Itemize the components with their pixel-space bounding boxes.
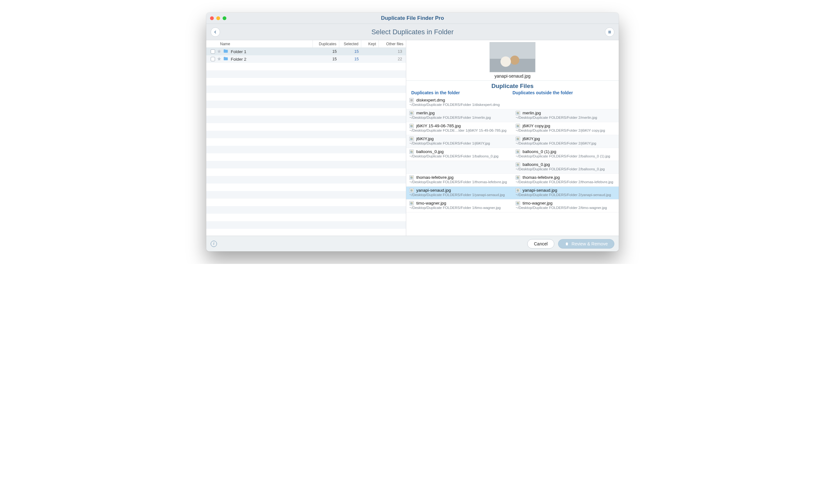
file-name: diskexpert.dmg: [416, 98, 445, 102]
file-name: yanapi-senaud.jpg: [523, 188, 557, 193]
folder-row[interactable]: Folder 2151522: [206, 55, 406, 63]
header-outside-folder: Duplicates outside the folder: [513, 90, 614, 95]
duplicate-row[interactable]: diskexpert.dmg~/Desktop/Duplicate FOLDER…: [406, 96, 619, 109]
file-name: j6iKIY.jpg: [523, 136, 540, 141]
duplicate-row[interactable]: balloons_0.jpg~/Desktop/Duplicate FOLDER…: [406, 161, 619, 174]
duplicate-row[interactable]: timo-wagner.jpg~/Desktop/Duplicate FOLDE…: [406, 199, 619, 213]
toolbar: Select Duplicates in Folder: [206, 24, 619, 40]
cancel-button[interactable]: Cancel: [527, 239, 554, 249]
favorite-star-icon[interactable]: [217, 49, 221, 54]
file-icon: [516, 162, 520, 167]
review-remove-button[interactable]: Review & Remove: [558, 239, 614, 249]
folder-row[interactable]: Folder 1151513: [206, 48, 406, 55]
file-icon: [409, 175, 414, 180]
folder-list-header: Name Duplicates Selected Kept Other file…: [206, 40, 406, 48]
file-name: timo-wagner.jpg: [523, 201, 552, 205]
app-window: Duplicate File Finder Pro Select Duplica…: [206, 13, 619, 251]
file-icon: [516, 201, 520, 205]
file-path: ~/Desktop/Duplicate FOLDERS/Folder 1/tho…: [409, 180, 509, 184]
preview-thumbnail[interactable]: [490, 42, 535, 72]
file-icon: [516, 175, 520, 180]
duplicate-row[interactable]: thomas-lefebvre.jpg~/Desktop/Duplicate F…: [406, 174, 619, 187]
file-path: ~/Desktop/Duplicate FOLDERS/Folder 2/j6i…: [516, 129, 616, 132]
folder-selected-count: 15: [339, 49, 361, 54]
file-path: ~/Desktop/Duplicate FOLDERS/Folder 1/j6i…: [409, 142, 509, 145]
file-path: ~/Desktop/Duplicate FOLDERS/Folder 2/mer…: [516, 116, 616, 119]
duplicate-cell[interactable]: balloons_0 (1).jpg~/Desktop/Duplicate FO…: [513, 148, 619, 161]
duplicate-cell[interactable]: thomas-lefebvre.jpg~/Desktop/Duplicate F…: [513, 174, 619, 186]
file-path: ~/Desktop/Duplicate FOLDERS/Folder 2/tho…: [516, 180, 616, 184]
chevron-left-icon: [213, 30, 218, 34]
duplicate-row[interactable]: j6iKIY 15-49-06-785.jpg~/Desktop/Duplica…: [406, 122, 619, 135]
duplicate-cell[interactable]: timo-wagner.jpg~/Desktop/Duplicate FOLDE…: [406, 199, 513, 212]
favorite-star-icon[interactable]: [217, 57, 221, 62]
duplicate-rows[interactable]: diskexpert.dmg~/Desktop/Duplicate FOLDER…: [406, 96, 619, 236]
file-icon: [409, 124, 414, 128]
file-icon: [409, 188, 414, 193]
info-button[interactable]: i: [211, 241, 217, 247]
file-path: ~/Desktop/Duplicate FOLDERS/Folder 1/tim…: [409, 206, 509, 209]
duplicate-cell[interactable]: balloons_0.jpg~/Desktop/Duplicate FOLDER…: [406, 148, 513, 161]
duplicate-row[interactable]: yanapi-senaud.jpg~/Desktop/Duplicate FOL…: [406, 187, 619, 199]
duplicate-row[interactable]: balloons_0.jpg~/Desktop/Duplicate FOLDER…: [406, 148, 619, 161]
header-name[interactable]: Name: [206, 40, 313, 48]
duplicate-cell[interactable]: j6iKIY.jpg~/Desktop/Duplicate FOLDERS/Fo…: [406, 135, 513, 148]
menu-icon: [607, 30, 612, 34]
file-name: balloons_0.jpg: [523, 162, 550, 167]
file-path: ~/Desktop/Duplicate FOLDERS/Folder 2/bal…: [516, 154, 616, 158]
folder-rows[interactable]: Folder 1151513Folder 2151522: [206, 48, 406, 236]
duplicate-cell[interactable]: yanapi-senaud.jpg~/Desktop/Duplicate FOL…: [406, 187, 513, 199]
maximize-window-button[interactable]: [223, 16, 226, 20]
duplicate-cell[interactable]: j6iKIY copy.jpg~/Desktop/Duplicate FOLDE…: [513, 122, 619, 135]
folder-other-count: 13: [379, 49, 406, 54]
duplicate-cell[interactable]: merlin.jpg~/Desktop/Duplicate FOLDERS/Fo…: [406, 109, 513, 122]
duplicate-cell[interactable]: balloons_0.jpg~/Desktop/Duplicate FOLDER…: [513, 161, 619, 173]
duplicate-cell[interactable]: thomas-lefebvre.jpg~/Desktop/Duplicate F…: [406, 174, 513, 186]
duplicate-cell[interactable]: j6iKIY.jpg~/Desktop/Duplicate FOLDERS/Fo…: [513, 135, 619, 148]
header-duplicates[interactable]: Duplicates: [313, 40, 339, 48]
header-selected[interactable]: Selected: [339, 40, 361, 48]
file-name: balloons_0.jpg: [416, 149, 444, 154]
footer: i Cancel Review & Remove: [206, 236, 619, 251]
duplicate-cell[interactable]: merlin.jpg~/Desktop/Duplicate FOLDERS/Fo…: [513, 109, 619, 122]
file-path: ~/Desktop/Duplicate FOLDERS/Folder 2/bal…: [516, 167, 616, 171]
duplicate-cell[interactable]: diskexpert.dmg~/Desktop/Duplicate FOLDER…: [406, 96, 513, 109]
file-icon: [516, 137, 520, 141]
folder-icon: [223, 57, 228, 62]
duplicate-row[interactable]: j6iKIY.jpg~/Desktop/Duplicate FOLDERS/Fo…: [406, 135, 619, 148]
traffic-lights: [210, 16, 226, 20]
header-other[interactable]: Other files: [379, 40, 406, 48]
preview-area: yanapi-senaud.jpg: [406, 40, 619, 81]
duplicate-cell[interactable]: yanapi-senaud.jpg~/Desktop/Duplicate FOL…: [513, 187, 619, 199]
menu-button[interactable]: [605, 27, 614, 37]
file-name: timo-wagner.jpg: [416, 201, 446, 205]
file-name: balloons_0 (1).jpg: [523, 149, 556, 154]
trash-icon: [565, 242, 569, 246]
titlebar: Duplicate File Finder Pro: [206, 13, 619, 24]
page-title: Select Duplicates in Folder: [220, 28, 605, 36]
back-button[interactable]: [211, 27, 220, 37]
body: Name Duplicates Selected Kept Other file…: [206, 40, 619, 236]
minimize-window-button[interactable]: [216, 16, 220, 20]
duplicates-panel: yanapi-senaud.jpg Duplicate Files Duplic…: [406, 40, 619, 236]
close-window-button[interactable]: [210, 16, 214, 20]
duplicate-cell[interactable]: timo-wagner.jpg~/Desktop/Duplicate FOLDE…: [513, 199, 619, 212]
duplicate-cell[interactable]: j6iKIY 15-49-06-785.jpg~/Desktop/Duplica…: [406, 122, 513, 135]
file-name: thomas-lefebvre.jpg: [523, 175, 560, 180]
file-icon: [516, 188, 520, 193]
duplicate-row[interactable]: merlin.jpg~/Desktop/Duplicate FOLDERS/Fo…: [406, 109, 619, 122]
folder-checkbox[interactable]: [211, 49, 215, 54]
file-path: ~/Desktop/Duplicate FOLDE…lder 1/j6iKIY …: [409, 129, 509, 132]
duplicate-cell-empty: [513, 96, 619, 109]
folder-checkbox[interactable]: [211, 57, 215, 61]
header-kept[interactable]: Kept: [361, 40, 379, 48]
folder-selected-count: 15: [339, 57, 361, 61]
folder-icon: [223, 49, 228, 54]
file-path: ~/Desktop/Duplicate FOLDERS/Folder 2/yan…: [516, 193, 616, 197]
file-path: ~/Desktop/Duplicate FOLDERS/Folder 2/tim…: [516, 206, 616, 209]
file-icon: [516, 150, 520, 154]
file-name: yanapi-senaud.jpg: [416, 188, 451, 193]
file-path: ~/Desktop/Duplicate FOLDERS/Folder 1/yan…: [409, 193, 509, 197]
file-icon: [409, 150, 414, 154]
duplicate-column-headers: Duplicates in the folder Duplicates outs…: [406, 90, 619, 96]
